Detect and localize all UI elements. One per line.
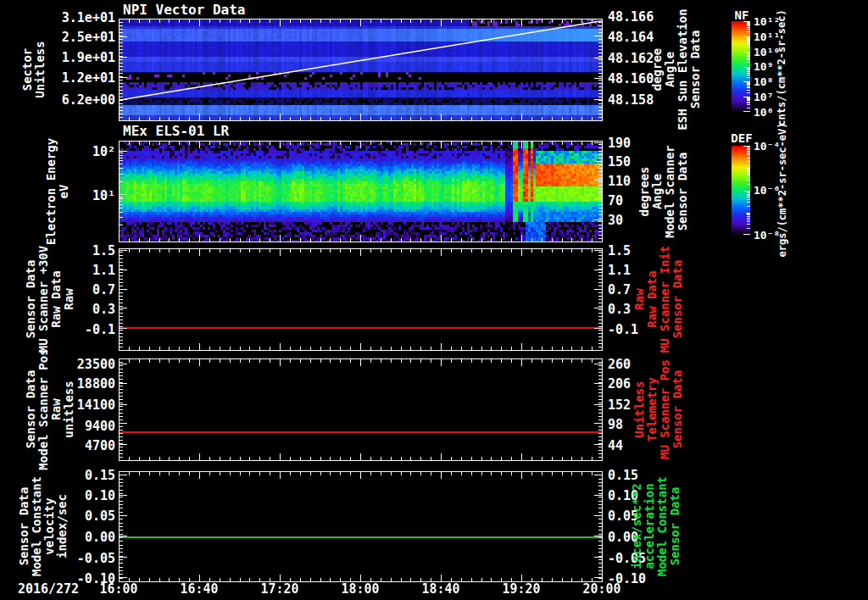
mu-scanner-30v-plot-canvas: [119, 248, 603, 351]
p5-ytick: 0.15: [47, 468, 115, 483]
p1-ytick: 1.9e+01: [47, 50, 115, 65]
time-tick: 20:00: [575, 581, 629, 597]
p4-rtick: 260: [608, 357, 631, 372]
p1-rtick: 48.158: [608, 92, 654, 108]
time-tick: 17:20: [253, 581, 307, 597]
nf-colorbar-unit: cnts/(cm**2-sr-sec): [776, 4, 787, 131]
els-spectrogram-canvas: [119, 141, 603, 242]
nf-cbtick: 10⁶: [754, 106, 773, 119]
time-tick: 18:40: [414, 581, 468, 597]
p2-rtick: 70: [608, 193, 623, 208]
p2-ytick: 10²: [47, 144, 115, 159]
p5-ytick: 0.10: [47, 488, 115, 503]
p1-ytick: 6.2e+00: [47, 92, 115, 108]
nf-colorbar-canvas: [732, 21, 750, 112]
p3-ytick: -0.1: [47, 322, 115, 337]
p1-ytick: 3.1e+01: [47, 10, 115, 25]
science-plot-page: { "footer": { "date_label": "2016/272", …: [0, 0, 868, 600]
time-tick: 18:00: [333, 581, 387, 597]
nf-colorbar-title: NF: [729, 8, 754, 22]
p4-rtick: 206: [608, 376, 631, 392]
p2-rtick: 150: [608, 154, 631, 169]
p4-ytick: 23500: [47, 357, 115, 372]
p4-rtick: 152: [608, 397, 631, 413]
p3-ytick: 1.1: [47, 263, 115, 278]
p4-ytick: 4700: [47, 438, 115, 453]
p3-ytick: 1.5: [47, 243, 115, 258]
p4-ytick: 9400: [47, 419, 115, 434]
panel2-title: MEx ELS-01 LR: [123, 123, 229, 139]
time-tick: 16:00: [92, 581, 146, 597]
nf-cbtick: 10⁸: [754, 75, 773, 88]
p2-rtick: 30: [608, 213, 623, 228]
nf-cbtick: 10⁹: [754, 60, 773, 73]
model-constant-plot-canvas: [119, 471, 603, 582]
npi-spectrogram-canvas: [119, 19, 603, 121]
time-tick: 16:40: [172, 581, 226, 597]
panel1-left-axis-label: Sector Unitless: [21, 36, 48, 103]
panel3-right-axis-label: Raw Raw Data MU Scanner Init Sensor Data: [633, 243, 686, 355]
p3-rtick: 1.5: [608, 243, 631, 258]
panel4-right-axis-label: Unitless Telemetry MU Scanner Pos Sensor…: [633, 357, 686, 462]
p4-rtick: 44: [608, 438, 623, 453]
p4-ytick: 14100: [47, 397, 115, 413]
p3-ytick: 0.3: [47, 302, 115, 317]
p5-ytick: 0.00: [47, 530, 115, 545]
p5-ytick: 0.05: [47, 508, 115, 524]
p1-rtick: 48.164: [608, 30, 654, 45]
p1-rtick: 48.166: [608, 9, 654, 25]
nf-cbtick: 10⁷: [754, 91, 773, 103]
p3-rtick: 1.1: [608, 263, 631, 278]
p1-rtick: 48.162: [608, 51, 654, 66]
date-label: 2016/272: [10, 581, 86, 597]
panel1-title: NPI Vector Data: [123, 2, 246, 18]
p4-rtick: 98: [608, 417, 623, 432]
scanner-pos-plot-canvas: [119, 358, 603, 461]
panel3-left-axis-label: Sensor Data MU Scanner +30V Raw Data Raw: [25, 243, 77, 355]
p1-ytick: 1.2e+01: [47, 70, 115, 86]
panel2-right-axis-label: degrees Angle Model Scanner Sensor Data: [638, 142, 693, 241]
panel1-right-axis-label: degree Angle ESH Sun Elevation Sensor Da…: [651, 7, 705, 132]
time-tick: 19:20: [494, 581, 548, 597]
p2-rtick: 110: [608, 174, 631, 189]
p1-rtick: 48.160: [608, 71, 654, 86]
p4-ytick: 18800: [47, 376, 115, 392]
p5-ytick: -0.05: [47, 551, 115, 566]
p2-rtick: 190: [608, 136, 631, 151]
def-colorbar-unit: ergs/(cm**2-sr-sec-eV): [776, 116, 788, 264]
p3-rtick: 0.3: [608, 302, 631, 317]
p3-ytick: 0.7: [47, 282, 115, 297]
p3-rtick: 0.7: [608, 282, 631, 297]
p1-ytick: 2.5e+01: [47, 30, 115, 45]
panel5-right-axis-label: incex/sec**2 acceleration Model Constant…: [631, 474, 683, 579]
def-colorbar-canvas: [732, 146, 750, 235]
p2-ytick: 10¹: [47, 188, 115, 203]
